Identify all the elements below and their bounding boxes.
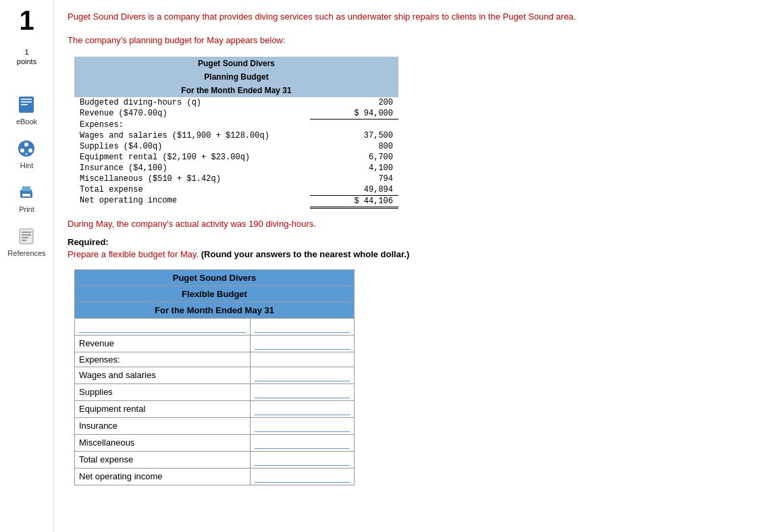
total-input-cell[interactable]: [251, 451, 355, 468]
row-value: 49,894: [310, 184, 398, 196]
row-label: Miscellaneous ($510 + $1.42q): [74, 174, 310, 184]
row-value: 200: [310, 97, 398, 108]
flexible-equipment-row: Equipment rental: [75, 400, 355, 417]
sidebar-tool-hint[interactable]: Hint: [16, 138, 37, 169]
equipment-input-cell[interactable]: [251, 400, 355, 417]
flexible-total-row: Total expense: [75, 451, 355, 468]
wages-input[interactable]: [255, 369, 350, 381]
planning-title2: Planning Budget: [74, 70, 398, 84]
revenue-input-cell[interactable]: [251, 335, 355, 352]
svg-rect-15: [22, 234, 31, 236]
svg-rect-16: [22, 237, 28, 238]
planning-title1: Puget Sound Divers: [74, 57, 398, 70]
sidebar-tools: eBook Hint: [7, 94, 45, 257]
top-input-row[interactable]: [75, 318, 355, 335]
flexible-revenue-row: Revenue: [75, 335, 355, 352]
sidebar-tool-ebook[interactable]: eBook: [16, 94, 37, 126]
top-value-cell: [251, 318, 355, 335]
net-income-input-cell[interactable]: [251, 468, 355, 485]
net-income-input[interactable]: [255, 471, 350, 483]
svg-rect-11: [22, 194, 30, 196]
flexible-budget-table: Puget Sound Divers Flexible Budget For t…: [74, 269, 355, 485]
svg-rect-17: [22, 240, 26, 241]
sidebar-tool-references[interactable]: References: [7, 225, 45, 257]
table-row: Revenue ($470.00q) $ 94,000: [74, 108, 398, 119]
row-value: 6,700: [310, 152, 398, 163]
row-value: $ 44,106: [310, 195, 398, 207]
supplies-input[interactable]: [255, 386, 350, 398]
svg-rect-10: [22, 186, 30, 191]
flexible-title3: For the Month Ended May 31: [75, 302, 355, 318]
wages-label: Wages and salaries: [75, 367, 251, 383]
hint-icon: [16, 138, 37, 159]
intro-line1: Puget Sound Divers is a company that pro…: [68, 10, 745, 24]
supplies-input-cell[interactable]: [251, 383, 355, 400]
row-label: Budgeted diving-hours (q): [74, 97, 310, 108]
row-label: Supplies ($4.00q): [74, 141, 310, 152]
insurance-input[interactable]: [255, 420, 350, 432]
top-label-input[interactable]: [79, 321, 246, 333]
table-row: Supplies ($4.00q) 800: [74, 141, 398, 152]
row-value: 37,500: [310, 130, 398, 141]
svg-point-5: [24, 142, 28, 147]
insurance-input-cell[interactable]: [251, 417, 355, 434]
question-number: 1: [19, 7, 34, 34]
flexible-title2: Flexible Budget: [75, 286, 355, 302]
flexible-budget-table-wrapper: Puget Sound Divers Flexible Budget For t…: [74, 269, 745, 485]
row-value: $ 94,000: [310, 108, 398, 119]
required-label: Required:: [68, 237, 745, 247]
svg-rect-13: [20, 229, 33, 244]
row-label: Wages and salaries ($11,900 + $128.00q): [74, 130, 310, 141]
flexible-insurance-row: Insurance: [75, 417, 355, 434]
svg-rect-14: [22, 232, 31, 233]
planning-title3: For the Month Ended May 31: [74, 84, 398, 97]
sidebar-tool-print[interactable]: Print: [16, 182, 37, 213]
total-input[interactable]: [255, 454, 350, 466]
table-row: Budgeted diving-hours (q) 200: [74, 97, 398, 108]
references-icon: [16, 225, 37, 247]
misc-label: Miscellaneous: [75, 434, 251, 451]
required-text: Prepare a flexible budget for May. (Roun…: [68, 249, 745, 259]
equipment-label: Equipment rental: [75, 400, 251, 417]
table-row: Net operating income $ 44,106: [74, 195, 398, 207]
table-row: Equipment rental ($2,100 + $23.00q) 6,70…: [74, 152, 398, 163]
references-label: References: [7, 249, 45, 257]
table-row: Miscellaneous ($510 + $1.42q) 794: [74, 174, 398, 184]
svg-rect-12: [32, 191, 33, 192]
svg-rect-1: [21, 99, 32, 100]
main-content: Puget Sound Divers is a company that pro…: [54, 0, 759, 532]
points-value: 1: [17, 47, 36, 57]
required-normal: Prepare a flexible budget for May.: [68, 249, 199, 259]
ebook-label: eBook: [16, 117, 37, 126]
flexible-supplies-row: Supplies: [75, 383, 355, 400]
top-value-input[interactable]: [255, 321, 350, 333]
misc-input[interactable]: [255, 437, 350, 449]
revenue-input[interactable]: [255, 338, 350, 350]
svg-rect-2: [21, 101, 32, 103]
print-icon: [16, 182, 37, 203]
total-label: Total expense: [75, 451, 251, 468]
table-row: Expenses:: [74, 119, 398, 130]
ebook-icon: [16, 94, 37, 115]
wages-input-cell[interactable]: [251, 367, 355, 383]
required-bold: (Round your answers to the nearest whole…: [201, 249, 409, 259]
hint-label: Hint: [20, 161, 34, 169]
flexible-title1: Puget Sound Divers: [75, 269, 355, 286]
sidebar: 1 1 points eBook: [0, 0, 54, 532]
insurance-label: Insurance: [75, 417, 251, 434]
svg-point-6: [20, 149, 24, 153]
intro-line2: The company's planning budget for May ap…: [68, 34, 745, 47]
flexible-misc-row: Miscellaneous: [75, 434, 355, 451]
row-label: Expenses:: [74, 119, 310, 130]
misc-input-cell[interactable]: [251, 434, 355, 451]
revenue-label: Revenue: [75, 335, 251, 352]
row-label: Revenue ($470.00q): [74, 108, 310, 119]
table-row: Total expense 49,894: [74, 184, 398, 196]
row-value: [310, 119, 398, 130]
equipment-input[interactable]: [255, 403, 350, 415]
svg-point-7: [28, 149, 32, 153]
row-value: 794: [310, 174, 398, 184]
flexible-wages-row: Wages and salaries: [75, 367, 355, 383]
flexible-expenses-header-row: Expenses:: [75, 352, 355, 367]
table-row: Insurance ($4,100) 4,100: [74, 163, 398, 174]
